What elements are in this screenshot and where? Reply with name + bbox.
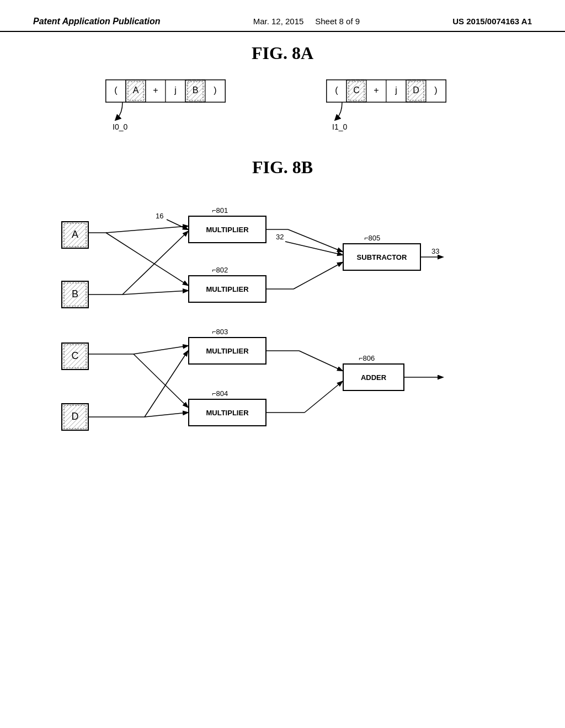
- svg-text:D: D: [413, 85, 419, 95]
- sheet-info: Sheet 8 of 9: [315, 17, 360, 26]
- svg-text:): ): [214, 85, 216, 95]
- svg-text:MULTIPLIER: MULTIPLIER: [206, 347, 249, 355]
- svg-text:⌐802: ⌐802: [212, 266, 228, 274]
- svg-text:⌐806: ⌐806: [359, 354, 375, 362]
- svg-text:I1_0: I1_0: [332, 122, 347, 131]
- pub-date: Mar. 12, 2015: [253, 17, 304, 26]
- svg-text:j: j: [395, 85, 397, 95]
- svg-text:I0_0: I0_0: [113, 122, 127, 131]
- svg-text:ADDER: ADDER: [361, 373, 387, 382]
- svg-text:): ): [434, 85, 437, 95]
- svg-text:D: D: [72, 411, 79, 422]
- svg-line-77: [122, 291, 188, 295]
- svg-text:A: A: [72, 229, 78, 240]
- svg-text:32: 32: [276, 233, 284, 241]
- svg-text:j: j: [174, 85, 177, 95]
- svg-text:MULTIPLIER: MULTIPLIER: [206, 409, 249, 417]
- svg-line-74: [106, 233, 188, 285]
- date-sheet: Mar. 12, 2015 Sheet 8 of 9: [253, 17, 360, 26]
- svg-text:16: 16: [156, 212, 163, 220]
- fig8b-diagram: A B C D MULTIPLIER ⌐801 MULTIPLIER ⌐802: [45, 189, 520, 508]
- patent-number: US 2015/0074163 A1: [452, 17, 532, 26]
- svg-text:SUBTRACTOR: SUBTRACTOR: [357, 253, 407, 261]
- svg-line-76: [122, 232, 188, 295]
- svg-text:MULTIPLIER: MULTIPLIER: [206, 285, 249, 293]
- svg-text:(: (: [114, 85, 118, 95]
- svg-line-82: [145, 351, 188, 417]
- fig8a-title: FIG. 8A: [33, 43, 532, 63]
- svg-text:33: 33: [431, 247, 439, 255]
- svg-text:B: B: [72, 288, 78, 299]
- svg-text:MULTIPLIER: MULTIPLIER: [206, 226, 249, 234]
- svg-line-89: [299, 351, 342, 371]
- svg-line-73: [106, 226, 188, 233]
- publication-title: Patent Application Publication: [33, 17, 161, 26]
- svg-text:C: C: [353, 85, 360, 95]
- svg-text:+: +: [374, 85, 379, 95]
- main-content: FIG. 8A ( A + j B ) I0_0: [0, 32, 565, 520]
- svg-text:A: A: [133, 85, 139, 95]
- fig8a-diagram: ( A + j B ) I0_0 ( C +: [89, 74, 476, 141]
- svg-text:B: B: [193, 85, 199, 95]
- svg-line-87: [294, 263, 342, 289]
- svg-line-91: [305, 382, 342, 413]
- svg-text:⌐804: ⌐804: [212, 389, 228, 398]
- svg-line-79: [134, 346, 188, 354]
- svg-text:⌐803: ⌐803: [212, 328, 228, 336]
- page-header: Patent Application Publication Mar. 12, …: [0, 0, 565, 32]
- svg-text:(: (: [335, 85, 338, 95]
- svg-line-80: [134, 354, 188, 407]
- svg-text:+: +: [153, 85, 158, 95]
- svg-text:⌐801: ⌐801: [212, 206, 228, 215]
- svg-text:C: C: [72, 350, 79, 361]
- svg-line-83: [145, 413, 188, 417]
- fig8b-title: FIG. 8B: [33, 157, 532, 178]
- svg-text:⌐805: ⌐805: [364, 234, 380, 242]
- fig8b-section: FIG. 8B A B C: [33, 157, 532, 508]
